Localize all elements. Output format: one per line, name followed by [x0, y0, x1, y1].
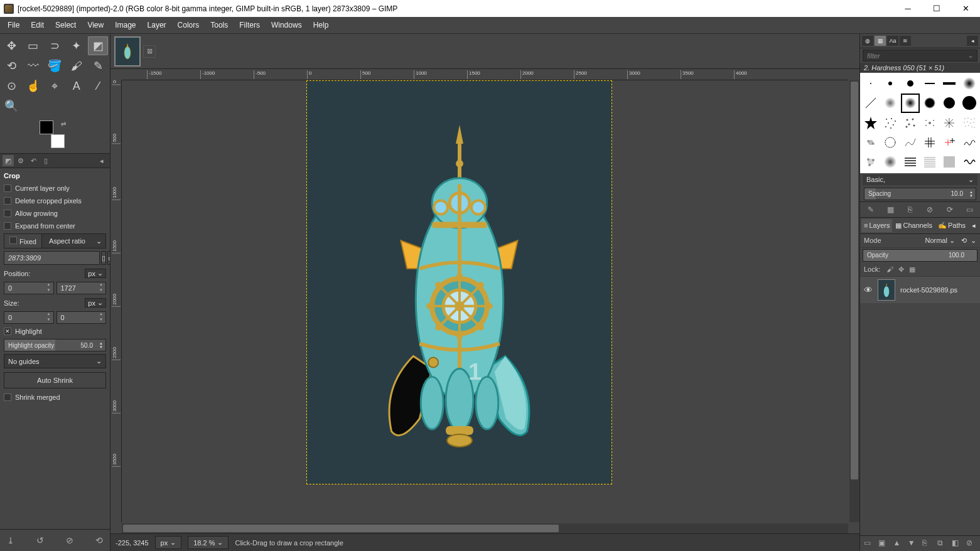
canvas-viewport[interactable]: 1 [122, 80, 848, 522]
background-color[interactable] [51, 134, 65, 148]
brushes-tab[interactable]: ◍ [862, 36, 873, 46]
vertical-ruler[interactable]: 0 500 1000 1500 2000 2500 3000 3500 [110, 80, 122, 522]
swap-colors-icon[interactable]: ⇄ [61, 120, 66, 127]
brush-filter-input[interactable]: filter⌄ [863, 50, 977, 62]
delete-preset-icon[interactable]: ⊘ [63, 533, 77, 547]
channels-tab[interactable]: ▦Channels [893, 219, 934, 232]
layers-tab[interactable]: ≡Layers [861, 219, 892, 232]
menu-layer[interactable]: Layer [143, 18, 171, 32]
brush-item[interactable] [940, 74, 959, 93]
brush-item[interactable] [901, 152, 920, 171]
opacity-slider[interactable]: Opacity100.0 ▲▼ [863, 249, 977, 262]
new-layer-icon[interactable]: ▭ [864, 538, 874, 548]
lock-position-icon[interactable]: ✥ [898, 265, 904, 274]
menu-help[interactable]: Help [308, 18, 334, 32]
maximize-button[interactable]: ☐ [922, 0, 951, 17]
chevron-down-icon[interactable]: ⌄ [92, 355, 105, 368]
brush-item[interactable] [940, 94, 959, 112]
brush-item[interactable] [881, 114, 900, 132]
layer-thumbnail[interactable] [878, 279, 895, 301]
guides-select[interactable]: No guides ⌄ [4, 354, 106, 368]
zoom-select[interactable]: 18.2 %⌄ [188, 536, 229, 549]
brush-item[interactable] [920, 152, 939, 171]
fuzzy-select-tool[interactable]: ✦ [67, 36, 87, 55]
menu-edit[interactable]: Edit [26, 18, 49, 32]
brush-item[interactable] [940, 133, 959, 152]
fonts-tab[interactable]: Aa [887, 36, 898, 46]
path-tool[interactable]: ⌖ [45, 77, 65, 95]
aspect-ratio-input[interactable] [4, 251, 100, 265]
brush-category-select[interactable]: Basic,⌄ [863, 174, 977, 185]
landscape-icon[interactable]: ▭ [107, 251, 110, 265]
brush-item[interactable] [920, 133, 939, 152]
merge-layer-icon[interactable]: ⧉ [937, 538, 947, 548]
chevron-down-icon[interactable]: ⌄ [971, 237, 976, 245]
size-w-input[interactable] [4, 312, 45, 323]
raise-layer-icon[interactable]: ▲ [893, 538, 903, 548]
unit-select[interactable]: px⌄ [155, 536, 182, 549]
brush-item[interactable] [861, 74, 880, 93]
shrink-merged-checkbox[interactable] [4, 393, 11, 401]
images-tab[interactable]: ▯ [40, 155, 51, 166]
foreground-color[interactable] [40, 120, 53, 134]
brush-item[interactable] [920, 74, 939, 93]
auto-shrink-button[interactable]: Auto Shrink [4, 372, 106, 388]
undo-history-tab[interactable]: ↶ [28, 155, 39, 166]
new-brush-icon[interactable]: ▦ [885, 205, 895, 215]
brush-item[interactable] [881, 133, 900, 152]
brush-item[interactable] [861, 133, 880, 152]
horizontal-scrollbar[interactable] [122, 523, 848, 533]
text-tool[interactable]: A [67, 77, 87, 95]
size-unit-select[interactable]: px ⌄ [85, 298, 106, 308]
fixed-checkbox[interactable] [9, 237, 17, 244]
reset-preset-icon[interactable]: ⟲ [92, 533, 106, 547]
smudge-tool[interactable]: ☝ [23, 77, 43, 95]
paintbrush-tool[interactable]: 🖌 [67, 56, 87, 75]
brush-item[interactable] [901, 74, 920, 93]
delete-layer-icon[interactable]: ⊘ [966, 538, 976, 548]
current-layer-only-checkbox[interactable] [4, 185, 11, 192]
menu-colors[interactable]: Colors [173, 18, 205, 32]
menu-image[interactable]: Image [110, 18, 141, 32]
fixed-value[interactable]: Aspect ratio [42, 235, 92, 247]
layer-name[interactable]: rocket-5029889.ps [900, 286, 976, 294]
move-tool[interactable]: ✥ [1, 36, 21, 55]
highlight-opacity-slider[interactable]: Highlight opacity50.0 ▲▼ [4, 339, 106, 351]
tab-menu-icon[interactable]: ◂ [967, 36, 978, 46]
color-picker-tool[interactable]: ⁄ [88, 77, 108, 95]
position-y-input[interactable] [57, 282, 97, 294]
edit-brush-icon[interactable]: ✎ [866, 205, 876, 215]
crop-tool[interactable]: ◩ [88, 36, 108, 55]
horizontal-ruler[interactable]: -1500 -1000 -500 0 500 1000 1500 2000 25… [122, 69, 848, 80]
expand-center-checkbox[interactable] [4, 222, 11, 230]
duplicate-layer-icon[interactable]: ⎘ [922, 538, 932, 548]
clone-tool[interactable]: ⊙ [1, 77, 21, 95]
save-preset-icon[interactable]: ⤓ [4, 533, 18, 547]
menu-windows[interactable]: Windows [266, 18, 307, 32]
brush-spacing-slider[interactable]: Spacing10.0 ▲▼ [864, 188, 976, 200]
tool-options-tab[interactable]: ◩ [3, 155, 14, 166]
menu-filters[interactable]: Filters [234, 18, 265, 32]
chevron-down-icon[interactable]: ⌄ [968, 176, 974, 184]
close-image-tab-icon[interactable]: ⊠ [143, 45, 156, 58]
brush-item[interactable] [861, 114, 880, 132]
fg-bg-colors[interactable]: ⇄ [40, 120, 71, 148]
menu-file[interactable]: File [3, 18, 24, 32]
brush-item[interactable] [940, 152, 959, 171]
position-unit-select[interactable]: px ⌄ [85, 269, 106, 278]
brush-item-selected[interactable] [901, 94, 920, 112]
brush-item[interactable] [881, 152, 900, 171]
brush-item[interactable] [861, 152, 880, 171]
close-button[interactable]: ✕ [951, 0, 980, 17]
free-select-tool[interactable]: ⊃ [45, 36, 65, 55]
portrait-icon[interactable]: ▯ [101, 251, 106, 265]
brush-item[interactable] [881, 74, 900, 93]
restore-preset-icon[interactable]: ↺ [33, 533, 47, 547]
brush-item[interactable] [881, 94, 900, 112]
pencil-tool[interactable]: ✎ [88, 56, 108, 75]
visibility-icon[interactable]: 👁 [864, 285, 873, 295]
brush-item[interactable] [901, 114, 920, 132]
canvas-image[interactable]: 1 [306, 80, 612, 484]
patterns-tab[interactable]: ▦ [875, 36, 886, 46]
allow-growing-checkbox[interactable] [4, 210, 11, 217]
